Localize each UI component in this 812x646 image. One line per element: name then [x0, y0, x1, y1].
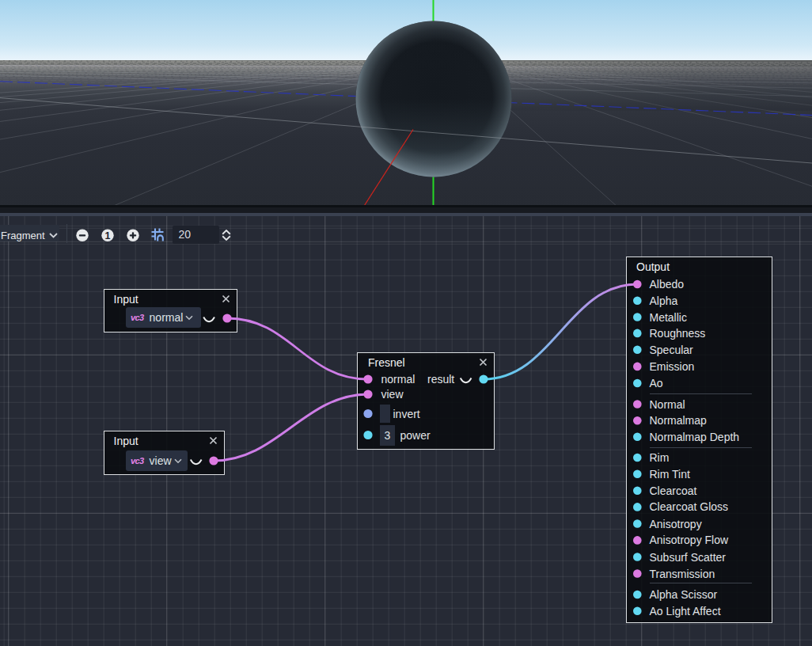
svg-text:1: 1 — [105, 230, 111, 241]
